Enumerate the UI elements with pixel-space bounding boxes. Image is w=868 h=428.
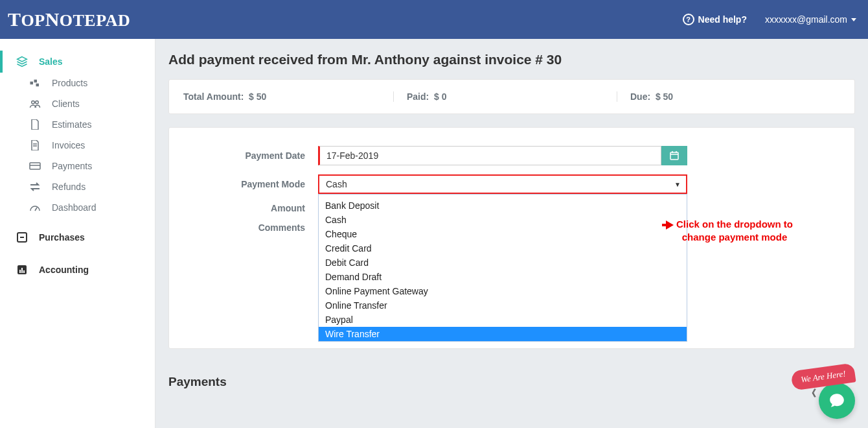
sidebar-item-sales[interactable]: Sales bbox=[0, 51, 155, 73]
sidebar-item-label: Dashboard bbox=[52, 202, 97, 213]
calendar-icon bbox=[669, 150, 680, 161]
sidebar-item-label: Refunds bbox=[52, 182, 86, 192]
help-label: Need help? bbox=[698, 14, 747, 25]
dropdown-item[interactable]: Cash bbox=[319, 213, 687, 227]
user-menu[interactable]: xxxxxxx@gmail.com bbox=[765, 14, 856, 25]
sidebar-item-dashboard[interactable]: Dashboard bbox=[0, 197, 155, 218]
layers-icon bbox=[16, 56, 29, 67]
sidebar-item-refunds[interactable]: Refunds bbox=[0, 176, 155, 197]
arrow-right-icon bbox=[666, 220, 674, 230]
main-content: Add payment received from Mr. Anthony ag… bbox=[155, 39, 868, 428]
payments-section-title: Payments bbox=[168, 375, 855, 389]
svg-rect-16 bbox=[23, 270, 25, 273]
payment-date-label: Payment Date bbox=[188, 150, 318, 161]
sidebar-item-invoices[interactable]: Invoices bbox=[0, 135, 155, 156]
minus-box-icon bbox=[16, 232, 29, 243]
users-icon bbox=[29, 99, 41, 108]
svg-rect-15 bbox=[21, 268, 23, 273]
sidebar-item-label: Purchases bbox=[39, 232, 85, 243]
bar-chart-icon bbox=[16, 265, 29, 275]
svg-rect-1 bbox=[30, 82, 34, 85]
payment-mode-dropdown: Bank Deposit Cash Cheque Credit Card Deb… bbox=[318, 194, 687, 342]
comments-label: Comments bbox=[188, 222, 318, 233]
dropdown-item[interactable]: Bank Deposit bbox=[319, 198, 687, 213]
dropdown-item[interactable]: Online Transfer bbox=[319, 298, 687, 313]
chat-widget: We Are Here! bbox=[792, 367, 855, 419]
dropdown-item[interactable]: Credit Card bbox=[319, 241, 687, 256]
help-icon: ? bbox=[683, 14, 694, 25]
dropdown-item[interactable]: Cheque bbox=[319, 227, 687, 241]
app-logo[interactable]: TOPNOTEPAD bbox=[8, 8, 130, 30]
chat-icon bbox=[828, 392, 845, 409]
sidebar-item-label: Clients bbox=[52, 99, 80, 109]
dropdown-item[interactable]: Wire Transfer bbox=[319, 327, 687, 341]
svg-point-4 bbox=[32, 101, 35, 104]
header-right: ? Need help? xxxxxxx@gmail.com bbox=[683, 14, 856, 25]
credit-card-icon bbox=[29, 161, 41, 171]
sidebar-item-label: Sales bbox=[39, 56, 63, 67]
payment-mode-select[interactable]: Cash ▼ bbox=[318, 174, 687, 194]
sidebar-item-accounting[interactable]: Accounting bbox=[0, 259, 155, 280]
svg-point-5 bbox=[36, 101, 39, 104]
need-help-link[interactable]: ? Need help? bbox=[683, 14, 747, 25]
dropdown-item[interactable]: Debit Card bbox=[319, 256, 687, 270]
app-header: TOPNOTEPAD ? Need help? xxxxxxx@gmail.co… bbox=[0, 0, 868, 39]
payment-mode-value: Cash bbox=[326, 179, 347, 189]
calendar-button[interactable] bbox=[661, 146, 687, 165]
payment-mode-label: Payment Mode bbox=[188, 179, 318, 189]
svg-rect-14 bbox=[19, 270, 21, 273]
payment-date-input[interactable] bbox=[318, 146, 661, 165]
sidebar-item-purchases[interactable]: Purchases bbox=[0, 227, 155, 248]
sidebar-item-products[interactable]: Products bbox=[0, 73, 155, 93]
page-title: Add payment received from Mr. Anthony ag… bbox=[168, 52, 855, 67]
sidebar-item-label: Estimates bbox=[52, 119, 91, 130]
user-email: xxxxxxx@gmail.com bbox=[765, 14, 847, 25]
svg-marker-0 bbox=[17, 57, 27, 62]
svg-rect-17 bbox=[670, 152, 678, 160]
sidebar-item-clients[interactable]: Clients bbox=[0, 93, 155, 114]
svg-line-10 bbox=[35, 208, 37, 211]
dropdown-item[interactable]: Demand Draft bbox=[319, 270, 687, 284]
sidebar-item-label: Accounting bbox=[39, 265, 89, 275]
svg-rect-3 bbox=[36, 84, 40, 87]
summary-total: Total Amount: $ 50 bbox=[183, 91, 393, 102]
sidebar: Sales Products Clients Estimates Invoice… bbox=[0, 39, 155, 428]
summary-paid: Paid: $ 0 bbox=[393, 91, 617, 102]
chevron-down-icon bbox=[851, 18, 856, 21]
sidebar-item-label: Invoices bbox=[52, 140, 85, 150]
summary-card: Total Amount: $ 50 Paid: $ 0 Due: $ 50 bbox=[168, 79, 855, 114]
amount-label: Amount bbox=[188, 203, 318, 213]
sidebar-item-label: Products bbox=[52, 78, 87, 88]
dropdown-item[interactable]: Online Payment Gateway bbox=[319, 284, 687, 298]
file-text-icon bbox=[29, 140, 41, 150]
exchange-icon bbox=[29, 182, 41, 191]
cubes-icon bbox=[29, 78, 41, 88]
summary-due: Due: $ 50 bbox=[617, 91, 840, 102]
svg-rect-8 bbox=[30, 163, 40, 169]
svg-rect-2 bbox=[34, 80, 38, 83]
chat-button[interactable] bbox=[819, 383, 855, 419]
sidebar-item-label: Payments bbox=[52, 161, 92, 171]
gauge-icon bbox=[29, 203, 41, 212]
sidebar-item-payments[interactable]: Payments bbox=[0, 156, 155, 176]
chevron-down-icon: ▼ bbox=[674, 181, 681, 188]
file-icon bbox=[29, 119, 41, 130]
annotation-callout: Click on the dropdown to change payment … bbox=[666, 218, 793, 243]
dropdown-item[interactable]: Paypal bbox=[319, 313, 687, 327]
sidebar-item-estimates[interactable]: Estimates bbox=[0, 114, 155, 135]
